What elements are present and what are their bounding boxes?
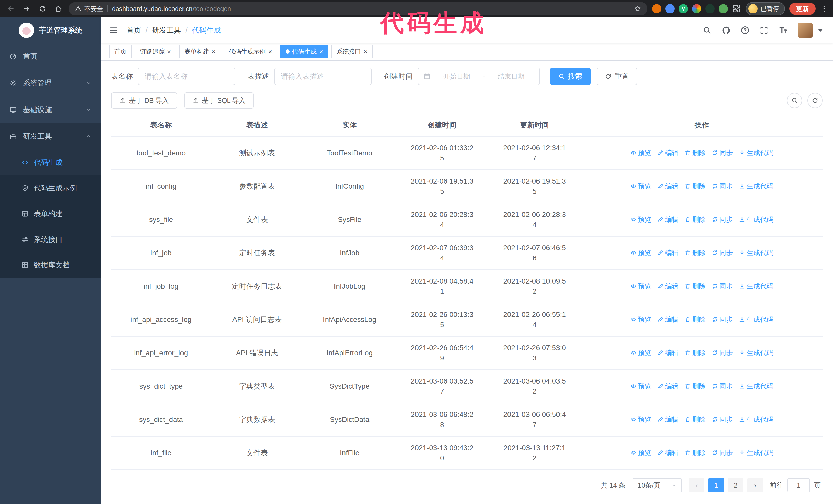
action-delete[interactable]: 删除 — [685, 248, 706, 258]
action-edit[interactable]: 编辑 — [658, 314, 679, 325]
action-preview[interactable]: 预览 — [630, 381, 651, 391]
action-preview[interactable]: 预览 — [630, 414, 651, 425]
tab-close-icon[interactable]: × — [319, 48, 323, 55]
action-delete[interactable]: 删除 — [685, 181, 706, 191]
bookmark-star-icon[interactable] — [634, 5, 641, 12]
search-button[interactable]: 搜索 — [550, 68, 591, 85]
browser-home-button[interactable] — [53, 3, 64, 14]
action-preview[interactable]: 预览 — [630, 347, 651, 358]
action-edit[interactable]: 编辑 — [658, 448, 679, 458]
action-sync[interactable]: 同步 — [712, 214, 733, 224]
action-delete[interactable]: 删除 — [685, 214, 706, 224]
end-date-placeholder[interactable]: 结束日期 — [488, 72, 534, 81]
profile-paused-badge[interactable]: 已暂停 — [746, 2, 785, 16]
tab-home[interactable]: 首页 — [109, 45, 132, 58]
action-generate-code[interactable]: 生成代码 — [739, 381, 773, 391]
tab-system-api[interactable]: 系统接口× — [331, 45, 373, 58]
action-delete[interactable]: 删除 — [685, 414, 706, 425]
github-icon[interactable] — [722, 26, 731, 34]
browser-forward-button[interactable] — [21, 3, 32, 14]
date-range-picker[interactable]: 开始日期 - 结束日期 — [418, 68, 540, 85]
user-avatar[interactable] — [798, 23, 825, 38]
breadcrumb-item[interactable]: 研发工具 — [152, 25, 181, 35]
extension-icon-vue-devtools[interactable]: V — [679, 4, 688, 13]
start-date-placeholder[interactable]: 开始日期 — [434, 72, 480, 81]
action-edit[interactable]: 编辑 — [658, 214, 679, 224]
sidebar-item-devtools[interactable]: 研发工具 — [0, 123, 101, 150]
action-preview[interactable]: 预览 — [630, 148, 651, 158]
sidebar-item-infra[interactable]: 基础设施 — [0, 96, 101, 123]
browser-update-button[interactable]: 更新 — [789, 3, 815, 15]
sidebar-subitem-form-builder[interactable]: 表单构建 — [0, 201, 101, 226]
action-sync[interactable]: 同步 — [712, 448, 733, 458]
extension-icon-dark-terminal[interactable] — [705, 4, 715, 13]
action-sync[interactable]: 同步 — [712, 414, 733, 425]
extension-icon-colorful[interactable] — [692, 4, 701, 13]
next-page-button[interactable]: › — [747, 478, 763, 493]
header-search-icon[interactable] — [703, 26, 712, 34]
font-size-icon[interactable] — [779, 26, 787, 34]
extension-icon-green-leaf[interactable] — [719, 4, 728, 13]
action-generate-code[interactable]: 生成代码 — [739, 281, 773, 291]
action-generate-code[interactable]: 生成代码 — [739, 248, 773, 258]
prev-page-button[interactable]: ‹ — [689, 478, 704, 493]
action-delete[interactable]: 删除 — [685, 347, 706, 358]
action-edit[interactable]: 编辑 — [658, 414, 679, 425]
action-edit[interactable]: 编辑 — [658, 248, 679, 258]
browser-reload-button[interactable] — [37, 3, 48, 14]
tab-close-icon[interactable]: × — [211, 48, 215, 55]
tab-close-icon[interactable]: × — [167, 48, 171, 55]
action-delete[interactable]: 删除 — [685, 281, 706, 291]
sidebar-toggle-icon[interactable] — [109, 26, 118, 35]
action-preview[interactable]: 预览 — [630, 281, 651, 291]
tab-close-icon[interactable]: × — [364, 48, 367, 55]
action-sync[interactable]: 同步 — [712, 347, 733, 358]
action-sync[interactable]: 同步 — [712, 314, 733, 325]
refresh-table-button[interactable] — [807, 93, 823, 108]
extension-icon-blue[interactable] — [665, 4, 674, 13]
help-icon[interactable] — [741, 26, 749, 34]
action-edit[interactable]: 编辑 — [658, 148, 679, 158]
action-delete[interactable]: 删除 — [685, 314, 706, 325]
sidebar-subitem-db-doc[interactable]: 数据库文档 — [0, 252, 101, 278]
extensions-puzzle-icon[interactable] — [732, 4, 741, 13]
browser-menu-icon[interactable] — [820, 5, 828, 13]
page-size-select[interactable]: 10条/页 — [633, 478, 682, 493]
action-generate-code[interactable]: 生成代码 — [739, 181, 773, 191]
tab-codegen[interactable]: 代码生成× — [280, 45, 328, 58]
sidebar-subitem-codegen-example[interactable]: 代码生成示例 — [0, 175, 101, 201]
sidebar-subitem-codegen[interactable]: 代码生成 — [0, 150, 101, 175]
extension-icon-orange[interactable] — [652, 4, 661, 13]
reset-button[interactable]: 重置 — [597, 68, 637, 85]
action-sync[interactable]: 同步 — [712, 148, 733, 158]
browser-back-button[interactable] — [5, 3, 17, 14]
action-sync[interactable]: 同步 — [712, 181, 733, 191]
action-generate-code[interactable]: 生成代码 — [739, 347, 773, 358]
goto-page-input[interactable] — [787, 478, 810, 493]
sidebar-subitem-system-api[interactable]: 系统接口 — [0, 226, 101, 252]
security-chip[interactable]: 不安全 — [75, 5, 103, 13]
action-generate-code[interactable]: 生成代码 — [739, 214, 773, 224]
action-preview[interactable]: 预览 — [630, 214, 651, 224]
tab-close-icon[interactable]: × — [268, 48, 272, 55]
tab-tracer[interactable]: 链路追踪× — [135, 45, 176, 58]
action-generate-code[interactable]: 生成代码 — [739, 314, 773, 325]
import-db-button[interactable]: 基于 DB 导入 — [111, 92, 177, 109]
breadcrumb-item[interactable]: 首页 — [127, 25, 141, 35]
action-preview[interactable]: 预览 — [630, 181, 651, 191]
table-desc-input[interactable] — [274, 68, 372, 85]
action-edit[interactable]: 编辑 — [658, 281, 679, 291]
action-edit[interactable]: 编辑 — [658, 381, 679, 391]
action-sync[interactable]: 同步 — [712, 381, 733, 391]
page-button-1[interactable]: 1 — [709, 478, 724, 493]
action-preview[interactable]: 预览 — [630, 248, 651, 258]
action-delete[interactable]: 删除 — [685, 448, 706, 458]
action-generate-code[interactable]: 生成代码 — [739, 448, 773, 458]
tab-form-builder[interactable]: 表单构建× — [179, 45, 220, 58]
action-sync[interactable]: 同步 — [712, 281, 733, 291]
tab-codegen-example[interactable]: 代码生成示例× — [223, 45, 277, 58]
app-logo[interactable]: 芋道管理系统 — [0, 18, 101, 43]
action-preview[interactable]: 预览 — [630, 314, 651, 325]
action-edit[interactable]: 编辑 — [658, 181, 679, 191]
action-edit[interactable]: 编辑 — [658, 347, 679, 358]
